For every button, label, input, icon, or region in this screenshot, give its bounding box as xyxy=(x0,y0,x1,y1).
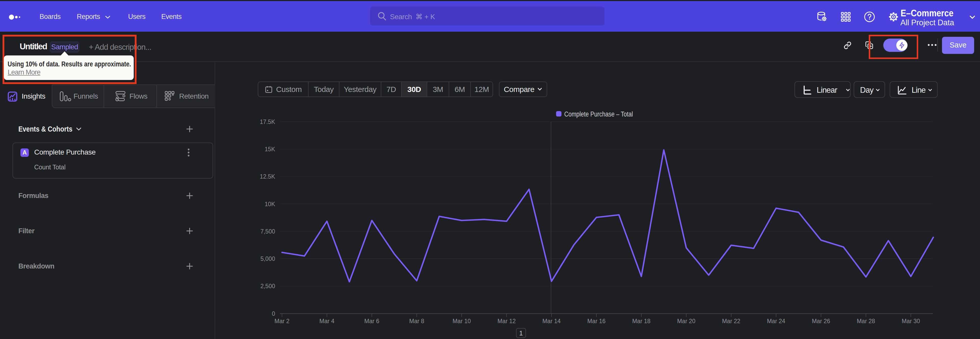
svg-text:Mar 14: Mar 14 xyxy=(542,318,561,325)
svg-text:Complete Purchase – Total: Complete Purchase – Total xyxy=(564,110,633,118)
svg-text:Mar 22: Mar 22 xyxy=(722,318,740,325)
svg-text:Mar 10: Mar 10 xyxy=(452,318,471,325)
svg-text:Mar 28: Mar 28 xyxy=(857,318,875,325)
svg-text:2,500: 2,500 xyxy=(260,283,275,289)
svg-text:5,000: 5,000 xyxy=(260,256,275,262)
svg-text:Mar 2: Mar 2 xyxy=(275,318,290,325)
svg-text:12.5K: 12.5K xyxy=(260,173,275,180)
svg-text:0: 0 xyxy=(272,310,275,317)
svg-text:Mar 16: Mar 16 xyxy=(587,318,606,325)
svg-text:10K: 10K xyxy=(265,201,275,208)
svg-text:17.5K: 17.5K xyxy=(260,118,275,125)
svg-text:7,500: 7,500 xyxy=(260,228,275,235)
svg-text:Mar 6: Mar 6 xyxy=(364,318,380,325)
svg-text:Mar 8: Mar 8 xyxy=(409,318,425,325)
svg-text:Mar 18: Mar 18 xyxy=(632,318,651,325)
svg-text:Mar 12: Mar 12 xyxy=(497,318,516,325)
svg-text:Mar 4: Mar 4 xyxy=(320,318,334,325)
svg-text:Mar 30: Mar 30 xyxy=(902,318,920,325)
svg-text:Mar 20: Mar 20 xyxy=(677,318,695,325)
svg-text:15K: 15K xyxy=(265,146,275,152)
svg-text:Mar 26: Mar 26 xyxy=(812,318,830,325)
svg-text:Mar 24: Mar 24 xyxy=(767,318,785,325)
